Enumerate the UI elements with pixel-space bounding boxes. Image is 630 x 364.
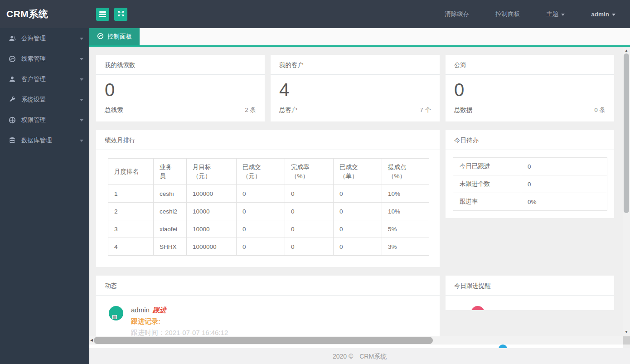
activity-item: admin跟进 跟进记录: 跟进时间：2021-07-07 16:46:12 xyxy=(96,296,440,337)
card-title: 公海 xyxy=(446,55,614,75)
tab-control-panel[interactable]: 控制面板 xyxy=(89,28,140,45)
sidebar-item-customers[interactable]: 客户管理 xyxy=(0,69,89,89)
nav-clear-cache[interactable]: 清除缓存 xyxy=(445,10,469,18)
chevron-down-icon xyxy=(80,119,83,121)
sidebar-item-system-settings[interactable]: 系统设置 xyxy=(0,89,89,110)
todo-value: 0% xyxy=(521,193,607,211)
stat-metric-label: 总客户 xyxy=(279,106,298,114)
vertical-scrollbar[interactable]: ▲ ▼ xyxy=(623,47,630,336)
table-row: 1 ceshi 100000 0 0 0 10% xyxy=(108,185,429,203)
table-cell: xiaofei xyxy=(154,220,187,238)
table-cell: 100000 xyxy=(187,185,237,203)
activity-action-link[interactable]: 跟进 xyxy=(153,306,166,314)
sidebar-toggle-button[interactable] xyxy=(96,8,109,21)
wrench-icon xyxy=(8,96,16,103)
table-cell: 0 xyxy=(334,220,382,238)
sidebar-item-label: 客户管理 xyxy=(21,75,46,83)
clipped-content-strip xyxy=(89,345,623,348)
tab-bar: 控制面板 xyxy=(89,28,630,47)
dashboard-grid: 我的线索数 0 总线索 2 条 我的客户 4 总客户 7 个 xyxy=(89,47,630,348)
table-cell: 0 xyxy=(237,185,285,203)
todo-value: 0 xyxy=(521,158,607,175)
follow-up-reminder-card: 今日跟进提醒 xyxy=(446,276,614,310)
table-cell: 0 xyxy=(285,238,334,256)
stat-metric-value: 2 条 xyxy=(245,106,256,114)
footer-text: 2020 © CRM系统 xyxy=(333,353,387,360)
globe-icon xyxy=(8,116,16,124)
table-cell: 2 xyxy=(108,203,154,220)
sidebar-item-label: 数据库管理 xyxy=(21,136,52,145)
table-cell: 0 xyxy=(237,238,285,256)
table-cell: 10000 xyxy=(187,203,237,220)
avatar xyxy=(499,345,507,348)
nav-theme-menu[interactable]: 主题 xyxy=(546,10,565,18)
column-header: 月目标（元） xyxy=(187,159,237,185)
nav-user-menu[interactable]: admin xyxy=(591,11,615,18)
fullscreen-icon xyxy=(117,10,125,19)
chevron-down-icon xyxy=(80,58,83,60)
table-cell: ceshi xyxy=(154,185,187,203)
photo-icon xyxy=(112,315,117,319)
card-title: 今日跟进提醒 xyxy=(446,276,614,296)
crm-app: CRM系统 清除缓存 控制面板 主题 admin 公海管理 xyxy=(0,0,630,364)
avatar xyxy=(471,306,485,310)
sidebar-item-label: 线索管理 xyxy=(21,55,46,63)
stat-metric-label: 总数据 xyxy=(454,106,473,114)
globe-tab-icon xyxy=(97,33,104,41)
sidebar-item-public-sea[interactable]: 公海管理 xyxy=(0,28,89,49)
compass-icon xyxy=(8,55,16,63)
tab-label: 控制面板 xyxy=(107,33,132,41)
table-cell: 0 xyxy=(237,220,285,238)
hamburger-icon xyxy=(99,10,106,19)
stat-metric-value: 0 条 xyxy=(594,106,606,114)
avatar xyxy=(109,306,123,320)
performance-ranking-card: 绩效月排行 月度排名 业务员 月目标（元） 已成交（元） 完成率（%） 已成交（… xyxy=(96,130,440,267)
table-row: 跟进率 0% xyxy=(453,193,607,211)
scroll-up-arrow[interactable]: ▲ xyxy=(623,49,630,53)
sidebar: 公海管理 线索管理 客户管理 系统设置 xyxy=(0,28,89,364)
topbar-nav: 清除缓存 控制面板 主题 admin xyxy=(418,0,630,28)
table-cell: 0 xyxy=(285,220,334,238)
card-title: 今日待办 xyxy=(446,130,614,150)
stat-card-my-leads: 我的线索数 0 总线索 2 条 xyxy=(96,55,265,121)
fullscreen-button[interactable] xyxy=(114,8,127,21)
topbar: CRM系统 清除缓存 控制面板 主题 admin xyxy=(0,0,630,28)
page-footer: 2020 © CRM系统 xyxy=(89,348,630,364)
table-cell: 1000000 xyxy=(187,238,237,256)
table-cell: 0 xyxy=(334,238,382,256)
table-cell: 4 xyxy=(108,238,154,256)
sidebar-item-database[interactable]: 数据库管理 xyxy=(0,130,89,150)
scroll-down-arrow[interactable]: ▼ xyxy=(623,330,630,334)
sidebar-item-leads[interactable]: 线索管理 xyxy=(0,49,89,69)
todo-table: 今日已跟进 0 未跟进个数 0 跟进率 0% xyxy=(453,157,607,211)
horizontal-scrollbar[interactable]: ◀ xyxy=(89,336,623,345)
table-header-row: 月度排名 业务员 月目标（元） 已成交（元） 完成率（%） 已成交（单） 提成点… xyxy=(108,159,429,185)
stat-metric-label: 总线索 xyxy=(105,106,123,114)
sidebar-item-permissions[interactable]: 权限管理 xyxy=(0,110,89,130)
main-content: 我的线索数 0 总线索 2 条 我的客户 4 总客户 7 个 xyxy=(89,47,630,348)
nav-control-panel[interactable]: 控制面板 xyxy=(495,10,520,18)
table-cell: 5% xyxy=(382,220,429,238)
sidebar-item-label: 系统设置 xyxy=(21,96,46,104)
todo-value: 0 xyxy=(521,175,607,193)
chevron-down-icon xyxy=(80,140,83,142)
table-cell: 3% xyxy=(382,238,429,256)
column-header: 已成交（元） xyxy=(237,159,285,185)
vertical-scrollbar-thumb[interactable] xyxy=(624,53,629,213)
column-header: 提成点（%） xyxy=(382,159,429,185)
table-cell: 0 xyxy=(285,203,334,220)
stat-metric-value: 7 个 xyxy=(420,106,431,114)
horizontal-scrollbar-thumb[interactable] xyxy=(94,337,433,344)
nav-theme-label: 主题 xyxy=(546,10,558,18)
table-row: 3 xiaofei 10000 0 0 0 5% xyxy=(108,220,429,238)
card-title: 我的线索数 xyxy=(96,55,265,75)
stat-card-public-sea: 公海 0 总数据 0 条 xyxy=(446,55,614,121)
app-logo[interactable]: CRM系统 xyxy=(6,0,48,28)
stat-value: 4 xyxy=(279,80,431,100)
scroll-left-arrow[interactable]: ◀ xyxy=(90,336,93,345)
stat-value: 0 xyxy=(454,80,606,100)
table-cell: ceshi2 xyxy=(154,203,187,220)
table-cell: 0 xyxy=(285,185,334,203)
chevron-down-icon xyxy=(80,38,83,40)
column-header: 完成率（%） xyxy=(285,159,334,185)
